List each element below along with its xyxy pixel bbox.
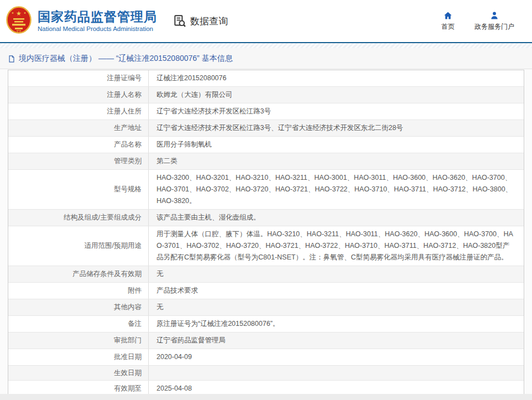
site-header: ★ ★ ★ 国家药品监督管理局 National Medical Product… [0,0,532,42]
table-row: 其他内容 无 [8,299,524,316]
table-row: 适用范围/预期用途 用于测量人体（口腔、腋下）体温。HAO-3210、HAO-3… [8,226,524,266]
row-value: 产品技术要求 [149,283,524,299]
top-nav: 首页 政务服务门户 [441,11,518,32]
table-row: 注册人名称 欧姆龙（大连）有限公司 [8,87,524,103]
table-row: 备注 原注册证号为“辽械注准20152080076”。 [8,316,524,333]
table-row: 附件 产品技术要求 [8,283,524,299]
row-label: 产品储存条件及有效期 [8,266,149,282]
row-value: 用于测量人体（口腔、腋下）体温。HAO-3210、HAO-3211、HAO-30… [149,226,524,266]
logo-link[interactable]: ★ ★ ★ 国家药品监督管理局 National Medical Product… [6,6,157,36]
data-query-tab[interactable]: 数据查询 [173,14,228,28]
svg-text:★: ★ [24,11,27,14]
table-row: 批准日期 2020-04-09 [8,349,524,366]
table-row: 注册人住所 辽宁省大连经济技术开发区松江路3号 [8,103,524,120]
nav-item-label: 政务服务门户 [474,22,514,32]
row-label: 审批部门 [8,333,149,349]
svg-text:★: ★ [12,11,14,14]
table-row: 生效日期 [8,366,524,381]
row-label: 结构及组成/主要组成成分 [8,210,149,226]
row-value: 辽宁省大连经济技术开发区松江路3号 [149,103,524,120]
user-icon [489,11,500,20]
row-label: 批准日期 [8,349,149,365]
page-icon [8,55,15,63]
table-row: 注册证编号 辽械注准20152080076 [8,70,524,87]
breadcrumb-text: 境内医疗器械（注册） —— “辽械注准20152080076” 基本信息 [19,54,233,64]
row-label: 注册人住所 [8,103,149,120]
row-value [149,366,524,380]
row-label: 适用范围/预期用途 [8,226,149,266]
row-label: 管理类别 [8,153,149,169]
row-label: 生效日期 [8,366,149,380]
svg-text:★: ★ [16,10,22,17]
row-value: 2020-04-09 [149,349,524,365]
footer-strip [0,394,532,400]
breadcrumb: 境内医疗器械（注册） —— “辽械注准20152080076” 基本信息 [0,48,532,69]
info-table: 注册证编号 辽械注准20152080076 注册人名称 欧姆龙（大连）有限公司 … [8,70,524,400]
row-value: 无 [149,266,524,282]
row-label: 注册人名称 [8,87,149,103]
row-value: 该产品主要由主机、湿化壶组成。 [149,210,524,226]
document-search-icon [173,14,187,28]
site-subtitle: National Medical Products Administration [38,25,157,33]
row-value: 原注册证号为“辽械注准20152080076”。 [149,316,524,332]
site-title: 国家药品监督管理局 [38,9,157,24]
row-value: 辽宁省药品监督管理局 [149,333,524,349]
row-value: 医用分子筛制氧机 [149,137,524,153]
table-row: 审批部门 辽宁省药品监督管理局 [8,333,524,349]
row-label: 生产地址 [8,120,149,136]
row-value: 第二类 [149,153,524,169]
home-icon [442,11,453,20]
row-label: 型号规格 [8,170,149,209]
row-label: 备注 [8,316,149,332]
row-value: 辽宁省大连经济技术开发区松江路3号、辽宁省大连经济技术开发区东北二街28号 [149,120,524,136]
table-row: 型号规格 HAO-3200、HAO-3201、HAO-3210、HAO-3211… [8,170,524,210]
table-row: 产品储存条件及有效期 无 [8,266,524,283]
main-content: 境内医疗器械（注册） —— “辽械注准20152080076” 基本信息 注册证… [0,48,532,400]
row-label: 注册证编号 [8,70,149,86]
hatch-band [0,43,532,48]
row-label: 其他内容 [8,299,149,315]
table-row: 产品名称 医用分子筛制氧机 [8,137,524,153]
nav-item-label: 首页 [441,22,455,32]
row-value: 无 [149,299,524,315]
table-row: 结构及组成/主要组成成分 该产品主要由主机、湿化壶组成。 [8,210,524,226]
row-value: 辽械注准20152080076 [149,70,524,86]
data-query-label: 数据查询 [190,15,228,28]
nav-item-home[interactable]: 首页 [441,11,455,32]
nav-item-gov-portal[interactable]: 政务服务门户 [474,11,514,32]
row-value: HAO-3200、HAO-3201、HAO-3210、HAO-3211、HAO-… [149,170,524,209]
row-label: 产品名称 [8,137,149,153]
table-row: 管理类别 第二类 [8,153,524,170]
table-row: 生产地址 辽宁省大连经济技术开发区松江路3号、辽宁省大连经济技术开发区东北二街2… [8,120,524,137]
row-value: 欧姆龙（大连）有限公司 [149,87,524,103]
row-label: 附件 [8,283,149,299]
national-emblem-icon: ★ ★ ★ [6,6,32,36]
